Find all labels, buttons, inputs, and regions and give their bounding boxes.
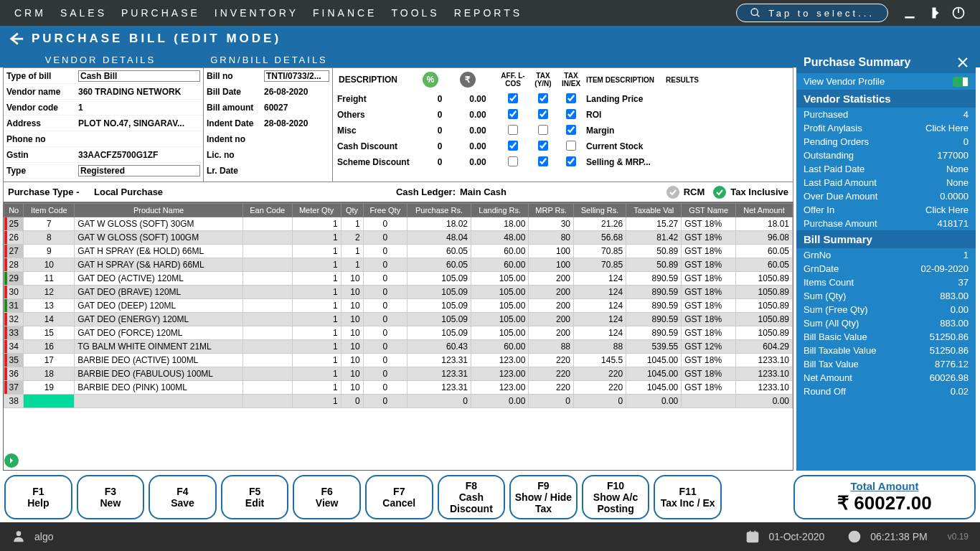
log-icon[interactable] [927,6,941,20]
stat-row[interactable]: Profit AnylasisClick Here [796,121,976,135]
table-row[interactable]: 36 18 BARBIE DEO (FABULOUS) 100ML 1100 1… [4,367,793,381]
col-header[interactable]: Product Name [75,204,243,217]
fkey-f5[interactable]: F5Edit [221,475,289,519]
col-header[interactable]: Net Amount [735,204,792,217]
table-row[interactable]: 28 10 GAT H SPRAY (S& HARD) 66ML 110 60.… [4,258,793,272]
fkey-f3[interactable]: F3New [77,475,145,519]
stat-row: Items Count37 [796,276,976,289]
col-header[interactable]: No [4,204,24,217]
col-header[interactable]: Free Qty [363,204,407,217]
tax-inex-checkbox[interactable] [566,156,576,166]
menu-sales[interactable]: SALES [60,7,107,19]
fkey-f11[interactable]: F11Tax Inc / Ex [654,475,722,519]
menu-inventory[interactable]: INVENTORY [215,7,298,19]
menu-crm[interactable]: CRM [14,7,46,19]
rcm-toggle[interactable]: RCM [666,186,705,199]
vendor-name-field[interactable]: 360 TRADING NETWORK [78,87,200,97]
col-header[interactable]: Selling Rs. [574,204,626,217]
user-icon [11,529,26,545]
type-of-bill-select[interactable]: Cash Bill [78,70,200,82]
bill-no-field[interactable]: TNTI/0733/2... [264,70,329,82]
view-vendor-profile[interactable]: View Vendor Profile [804,76,885,87]
fkey-f7[interactable]: F7Cancel [365,475,433,519]
table-row[interactable]: 30 12 GAT DEO (BRAVE) 120ML 1100 105.091… [4,286,793,299]
status-user: algo [34,531,53,542]
table-row[interactable]: 27 9 GAT H SPRAY (E& HOLD) 66ML 110 60.0… [4,245,793,258]
menu-finance[interactable]: FINANCE [313,7,377,19]
fkey-f4[interactable]: F4Save [149,475,217,519]
col-header[interactable]: Taxable Val [626,204,682,217]
fkey-f8[interactable]: F8Cash Discount [438,475,506,519]
stat-row: Purchased4 [796,108,976,121]
tax-inex-checkbox[interactable] [566,141,576,151]
table-row[interactable]: 31 13 GAT DEO (DEEP) 120ML 1100 105.0910… [4,299,793,313]
table-row[interactable]: 33 15 GAT DEO (FORCE) 120ML 1100 105.091… [4,326,793,340]
tax-inclusive-toggle[interactable]: Tax Inclusive [713,186,788,199]
svg-rect-2 [905,17,914,19]
close-icon[interactable] [957,57,969,68]
aff-lcost-checkbox[interactable] [508,93,518,103]
fkey-f9[interactable]: F9Show / Hide Tax [509,475,578,519]
col-header[interactable]: Landing Rs. [471,204,529,217]
aff-lcost-checkbox[interactable] [508,156,518,166]
table-row[interactable]: 32 14 GAT DEO (ENERGY) 120ML 1100 105.09… [4,313,793,326]
table-row[interactable]: 29 11 GAT DEO (ACTIVE) 120ML 1100 105.09… [4,272,793,286]
tax-yn-checkbox[interactable] [538,93,548,103]
aff-lcost-checkbox[interactable] [508,109,518,119]
table-row[interactable]: 38 100 00.000 00.000.00 [4,395,793,408]
tax-yn-checkbox[interactable] [538,109,548,119]
aff-lcost-checkbox[interactable] [508,125,518,135]
vendor-statistics-header: Vendor Statistics [796,90,976,108]
stat-row: Sum (All Qty)883.00 [796,316,976,330]
stat-row[interactable]: Offer InClick Here [796,203,976,217]
col-header[interactable]: Item Code [24,204,75,217]
table-row[interactable]: 26 8 GAT W GLOSS (SOFT) 100GM 120 48.044… [4,231,793,245]
gst-type-select[interactable]: Registered [78,165,200,176]
table-row[interactable]: 35 17 BARBIE DEO (ACTIVE) 100ML 1100 123… [4,354,793,367]
menu-tools[interactable]: TOOLS [391,7,439,19]
grn-details-header: GRN/BILL DETAILS [201,55,337,65]
aff-lcost-checkbox[interactable] [508,141,518,151]
svg-point-0 [751,9,758,15]
bill-amount-field[interactable]: 60027 [264,103,329,113]
col-header[interactable]: Qty [341,204,363,217]
items-grid[interactable]: NoItem CodeProduct NameEan CodeMeter Qty… [3,202,793,471]
fkey-f1[interactable]: F1Help [4,475,72,519]
tax-yn-checkbox[interactable] [538,141,548,151]
col-header[interactable]: GST Name [682,204,736,217]
back-icon[interactable] [9,31,24,47]
percent-icon: % [423,72,438,88]
menu-purchase[interactable]: PURCHASE [121,7,200,19]
tax-inex-checkbox[interactable] [566,109,576,119]
vendor-profile-toggle[interactable] [953,77,969,87]
col-header[interactable]: Ean Code [242,204,292,217]
tax-inex-checkbox[interactable] [566,125,576,135]
power-icon[interactable] [951,6,966,20]
table-row[interactable]: 34 16 TG BALM WHITE OINMENT 21ML 1100 60… [4,340,793,354]
fkey-f6[interactable]: F6View [293,475,361,519]
vendor-code-field[interactable]: 1 [78,103,200,113]
minimize-icon[interactable] [903,6,917,20]
tax-yn-checkbox[interactable] [538,125,548,135]
desc-header: DESCRIPTION [337,75,420,85]
scroll-forward-icon[interactable] [4,453,19,468]
indent-date-field[interactable]: 28-08-2020 [264,118,329,128]
calendar-icon: 15 [745,529,760,544]
bill-date-field[interactable]: 26-08-2020 [264,87,329,97]
col-header[interactable]: Meter Qty [292,204,341,217]
col-header[interactable]: MRP Rs. [529,204,574,217]
purchase-type-value[interactable]: Local Purchase [94,187,395,197]
tax-yn-checkbox[interactable] [538,156,548,166]
tax-inex-checkbox[interactable] [566,93,576,103]
stat-row: Net Amount60026.98 [796,371,976,385]
table-row[interactable]: 25 7 GAT W GLOSS (SOFT) 30GM 110 18.0218… [4,217,793,231]
stat-row: Purchase Amount418171 [796,217,976,230]
global-search[interactable]: Tap to select... [736,4,888,22]
col-header[interactable]: Purchase Rs. [407,204,471,217]
main-content: Type of billCash Bill Vendor name360 TRA… [3,67,793,471]
cash-ledger-value[interactable]: Main Cash [460,187,524,197]
fkey-f10[interactable]: F10Show A/c Posting [582,475,650,519]
table-row[interactable]: 37 19 BARBIE DEO (PINK) 100ML 1100 123.3… [4,381,793,395]
menu-reports[interactable]: REPORTS [454,7,522,19]
vendor-details-header: VENDOR DETAILS [0,55,201,65]
